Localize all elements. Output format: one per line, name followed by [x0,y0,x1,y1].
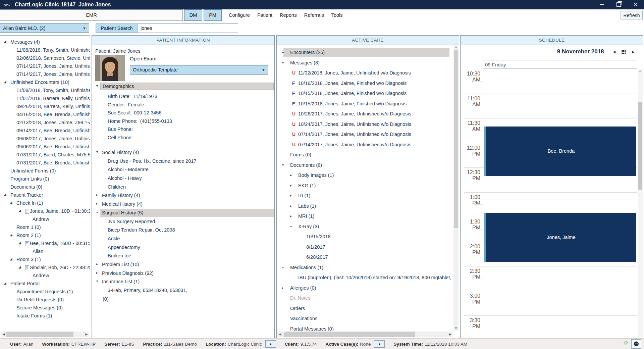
sidebar-tree-item[interactable]: 07/14/2017, Jones, Jaime, Unfinished w/o… [0,70,90,79]
sidebar-tree-item[interactable]: 07/31/2017, Bee, Brenda, Unfinished w/o … [0,159,90,167]
patient-search-label[interactable]: Patient Search [96,24,138,33]
schedule-vertical-scrollbar[interactable]: ˄ [638,69,643,338]
active-care-item[interactable]: F10/15/2018, Jones, Jaime, Finished w/o … [277,99,453,109]
collapsed-triangle-icon[interactable]: ▸ [96,271,98,275]
sidebar-tree-item[interactable]: 11/01/2018, Barrera, Kelly, Unfinished w… [0,95,90,103]
sidebar-tree-item[interactable]: 09/06/2017, Bee, Brenda, Unfinished w/o … [0,143,90,151]
sidebar-tree-item[interactable]: Documents (0) [0,183,90,191]
active-care-item[interactable]: U11/02/2018, Jones, Jaime, Unfinished w/… [277,68,453,78]
sidebar-tree-item[interactable]: Allan [0,248,90,256]
scroll-up-icon[interactable]: ▲ [453,46,459,49]
scrollbar-thumb[interactable] [454,50,458,228]
collapsed-triangle-icon[interactable]: ▸ [290,173,292,177]
expanded-triangle-icon[interactable]: ◢ [4,281,6,285]
active-care-item[interactable]: U07/14/2017, Jones, Jaime, Unfinished w/… [277,129,453,140]
sidebar-tree-item[interactable]: 04/16/2018, Bee, Brenda, Unfinished w/o … [0,111,90,119]
sidebar-tree-item[interactable]: Andrew [0,215,90,223]
collapsed-triangle-icon[interactable]: ▸ [290,214,292,218]
menu-item-patient[interactable]: Patient [254,9,276,21]
expanded-triangle-icon[interactable]: ▾ [282,163,284,167]
sidebar-tree-item[interactable]: ◢Bee, Brenda, 160D - 00:31:38 [0,240,90,248]
menu-item-reports[interactable]: Reports [276,9,301,21]
active-care-item[interactable]: Forms (0) [277,150,453,160]
sidebar-tree-item[interactable]: 02/06/2018, Sampson, Stevie, Unfinished … [0,54,90,62]
collapsed-triangle-icon[interactable]: ▸ [96,193,98,197]
appointment-block[interactable]: Jones, Jaime [484,213,636,262]
previous-day-icon[interactable]: ◀ [613,50,616,54]
chat-button[interactable] [631,339,641,349]
open-exam-template-dropdown[interactable]: Orthopedic Template ▼ [130,65,268,74]
expanded-triangle-icon[interactable]: ◢ [4,80,6,84]
sidebar-tree-item[interactable]: ◢Room 2 (1) [0,232,90,240]
menu-item-referrals[interactable]: Referrals [301,9,328,21]
next-day-icon[interactable]: ▶ [632,50,635,54]
sidebar-tree-item[interactable]: ◢Messages (4) [0,38,90,46]
sidebar-tree-item[interactable]: ◢Check In (1) [0,199,90,207]
active-care-item[interactable]: Portal Messages (0) [277,324,453,331]
expanded-triangle-icon[interactable]: ◢ [10,257,12,261]
active-care-item[interactable]: 10/15/2018 [277,232,453,242]
active-care-horizontal-scrollbar[interactable]: ◀ ▶ [277,332,453,337]
active-care-item[interactable]: F10/16/2018, Jones, Jaime, Finished w/o … [277,78,453,89]
active-care-vertical-scrollbar[interactable]: ▲ ▼ [453,45,459,331]
history-section-row[interactable]: ▸Medical History (4) [92,200,274,209]
collapsed-triangle-icon[interactable]: ▸ [282,286,284,290]
expanded-triangle-icon[interactable]: ◢ [4,40,6,43]
active-care-item[interactable]: Dr. Notes [277,293,453,303]
sidebar-tree-item[interactable]: ◢Unfinished Encounters (10) [0,79,90,87]
scrollbar-thumb[interactable] [638,102,642,190]
history-section-row[interactable]: ▸Previous Diagnosis (92) [92,269,274,278]
sidebar-tree-item[interactable]: 07/31/2017, Baird, Charles, M75.52-Bursi… [0,151,90,159]
tab-dm[interactable]: DM [184,9,202,21]
active-care-item[interactable]: U07/14/2017, Jones, Jaime, Unfinished w/… [277,140,453,150]
history-section-row[interactable]: ▾Surgical History (5) [92,209,274,217]
active-care-item[interactable]: U10/26/2017, Jones, Jaime, Unfinished w/… [277,109,453,119]
sidebar-tree-item[interactable]: Andrew [0,272,90,280]
sidebar-tree-item[interactable]: 09/26/2018, Barrera, Kelly, Unfinished w… [0,103,90,111]
expanded-triangle-icon[interactable]: ◢ [10,201,12,204]
expand-up-button[interactable]: ▲ [374,340,385,348]
restore-button[interactable] [610,0,627,9]
scroll-down-icon[interactable]: ▼ [453,327,459,330]
expanded-triangle-icon[interactable]: ◢ [18,209,21,212]
collapsed-triangle-icon[interactable]: ▸ [96,262,98,266]
scroll-right-icon[interactable]: ▶ [447,333,453,336]
active-care-item[interactable]: ▸Labs (1) [277,201,453,211]
active-care-item[interactable]: ▸Allergies (0) [277,283,453,293]
active-care-item[interactable]: ▸Body Images (1) [277,170,453,181]
active-care-item[interactable]: ▾Messages (8) [277,58,453,68]
scrollbar-thumb[interactable] [6,332,73,337]
collapsed-triangle-icon[interactable]: ▸ [96,202,98,205]
sidebar-tree-item[interactable]: ◢Sinclair, Bob, 26D - 22:48:25 [0,264,90,272]
active-care-item[interactable]: Orders [277,303,453,314]
sidebar-tree-item[interactable]: Room 1 (0) [0,223,90,232]
active-care-item[interactable]: ▸MRI (1) [277,211,453,221]
active-care-item[interactable]: 8/1/2017 [277,242,453,252]
scroll-right-icon[interactable]: ▶ [84,333,89,336]
appointment-block[interactable]: Bee, Brenda [484,127,636,176]
provider-dropdown[interactable]: Allan Baird M.D. (2) ▼ [0,23,89,33]
active-care-item[interactable]: ▸Encounters (25) [277,47,453,58]
collapsed-triangle-icon[interactable]: ▸ [282,50,284,54]
active-care-item[interactable]: F10/15/2018, Jones, Jaime, Finished w/o … [277,88,453,99]
scroll-left-icon[interactable]: ◀ [1,333,6,336]
sidebar-tree-item[interactable]: Rx Refill Requests (0) [0,296,90,304]
sidebar-tree-item[interactable]: 09/08/2017, Jones, Jaime, Unfinished w/o… [0,135,90,143]
active-care-item[interactable]: U10/24/2017, Jones, Jaime, Unfinished w/… [277,119,453,130]
demographics-section-header[interactable]: Demographics [100,83,274,90]
history-item-row[interactable]: Appendectomy [92,243,274,252]
sidebar-horizontal-scrollbar[interactable]: ◀ ▶ [1,332,89,337]
sidebar-tree-item[interactable]: Appointment Requests (1) [0,288,90,296]
sidebar-tree-item[interactable]: 09/14/2017, Bee, Brenda, Unfinished w/o … [0,127,90,135]
active-care-item[interactable]: ▾Documents (8) [277,160,453,170]
scroll-up-icon[interactable]: ˄ [638,69,643,73]
history-item-row[interactable]: Children [92,183,274,192]
minimize-button[interactable] [594,0,610,9]
refresh-button[interactable]: Refresh [621,11,643,19]
active-care-item[interactable]: Vaccinations [277,313,453,324]
history-item-row[interactable]: Bicep Tendon Repair, Oct 2008 [92,226,274,235]
expanded-triangle-icon[interactable]: ▾ [96,150,98,154]
sidebar-tree-item[interactable]: Unfinished Forms (0) [0,167,90,175]
collapsed-triangle-icon[interactable]: ▸ [290,194,292,197]
sidebar-tree-item[interactable]: Program Links (0) [0,175,90,183]
